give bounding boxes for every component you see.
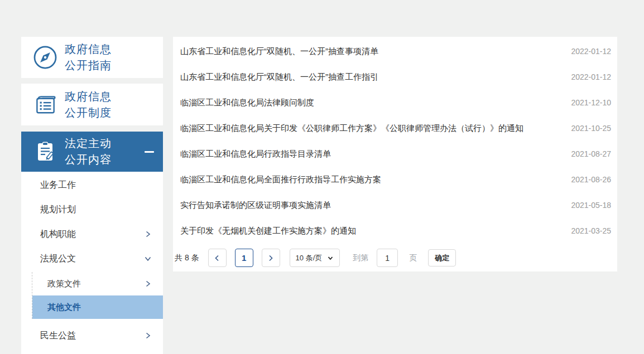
chevron-down-icon (327, 255, 334, 261)
prev-page-button[interactable] (208, 249, 227, 267)
next-page-button[interactable] (262, 249, 280, 267)
list-item-title[interactable]: 关于印发《无烟机关创建工作实施方案》的通知 (180, 226, 356, 236)
sidebar-item-guide[interactable]: 政府信息 公开指南 (21, 37, 163, 78)
sidebar-item-label: 业务工作 (40, 180, 76, 191)
list-item-title[interactable]: 临淄区工业和信息化局关于印发《公职律师工作方案》《公职律师管理办法（试行）》的通… (180, 123, 523, 134)
list-item[interactable]: 实行告知承诺制的区级证明事项实施清单2021-05-18 (173, 192, 617, 218)
chevron-right-icon (144, 230, 152, 238)
list-item-date: 2021-03-25 (571, 226, 611, 235)
sidebar-item-业务工作[interactable]: 业务工作 (21, 173, 163, 197)
list-item-title[interactable]: 临淄区工业和信息化局全面推行行政指导工作实施方案 (180, 174, 381, 185)
document-list: 山东省工业和信息化厅“双随机、一公开”抽查事项清单2022-01-12山东省工业… (173, 37, 617, 244)
list-item[interactable]: 山东省工业和信息化厅“双随机、一公开”抽查工作指引2022-01-12 (173, 64, 617, 90)
sidebar-item-label: 其他文件 (47, 302, 81, 313)
chevron-down-icon (144, 255, 152, 263)
chevron-right-icon (144, 332, 152, 340)
sidebar-item-label: 政策文件 (47, 279, 81, 289)
page-number-button[interactable]: 1 (235, 249, 253, 267)
list-item[interactable]: 临淄区工业和信息化局关于印发《公职律师工作方案》《公职律师管理办法（试行）》的通… (173, 115, 617, 141)
compass-icon (32, 45, 58, 70)
sidebar-item-label: 民生公益 (40, 330, 76, 342)
sidebar-item-guide-label: 政府信息 公开指南 (65, 41, 112, 74)
chevron-right-icon (144, 280, 152, 288)
collapse-icon[interactable] (145, 151, 154, 153)
chevron-left-icon (213, 254, 221, 262)
goto-page-input[interactable] (377, 249, 398, 267)
list-item[interactable]: 临淄区工业和信息化局行政指导目录清单2021-08-27 (173, 141, 617, 167)
list-item[interactable]: 关于印发《无烟机关创建工作实施方案》的通知2021-03-25 (173, 218, 617, 244)
sidebar-item-label: 规划计划 (40, 204, 76, 216)
chevron-right-icon (144, 280, 152, 288)
list-item-date: 2022-01-12 (571, 72, 611, 81)
confirm-button[interactable]: 确定 (428, 249, 456, 266)
list-item-date: 2021-10-25 (571, 124, 611, 133)
page: 政府信息 公开指南 政府信息 公开制度 (0, 0, 644, 354)
sidebar-menu: 业务工作规划计划机构职能法规公文政策文件其他文件民生公益 (21, 172, 163, 354)
list-item-date: 2022-01-12 (571, 47, 611, 56)
sidebar-item-label: 法规公文 (40, 253, 76, 265)
sidebar-item-政策文件[interactable]: 政策文件 (32, 272, 163, 295)
pagination: 共 8 条 1 10 条/页 到第 (175, 249, 456, 267)
list-item-title[interactable]: 实行告知承诺制的区级证明事项实施清单 (180, 200, 331, 211)
sidebar-section-label: 法定主动 公开内容 (65, 135, 112, 168)
list-item-title[interactable]: 临淄区工业和信息化局行政指导目录清单 (180, 149, 331, 159)
chevron-down-icon (144, 255, 152, 263)
list-item-date: 2021-08-26 (571, 175, 611, 184)
sidebar-item-其他文件[interactable]: 其他文件 (32, 295, 163, 319)
goto-page-prefix: 到第 (353, 253, 368, 263)
list-item-date: 2021-12-10 (571, 98, 611, 107)
page-size-value: 10 条/页 (296, 253, 323, 263)
sidebar-item-民生公益[interactable]: 民生公益 (21, 323, 163, 348)
chevron-right-icon (267, 254, 275, 262)
list-item-date: 2021-08-27 (571, 149, 611, 158)
sidebar-nav: 法定主动 公开内容 业务工作规划计划机构职能法规公文政策文件其他文件民生公益 (21, 132, 163, 354)
sidebar: 政府信息 公开指南 政府信息 公开制度 (21, 37, 163, 354)
sidebar-item-system-label: 政府信息 公开制度 (65, 89, 112, 121)
sidebar-submenu: 政策文件其他文件 (32, 272, 163, 319)
list-item[interactable]: 临淄区工业和信息化局全面推行行政指导工作实施方案2021-08-26 (173, 167, 617, 192)
total-count-label: 共 8 条 (175, 253, 199, 263)
sidebar-section-legal-disclosure[interactable]: 法定主动 公开内容 (21, 132, 163, 172)
list-item-date: 2021-05-18 (571, 201, 611, 210)
list-item[interactable]: 山东省工业和信息化厅“双随机、一公开”抽查事项清单2022-01-12 (173, 38, 617, 64)
sidebar-item-system[interactable]: 政府信息 公开制度 (21, 84, 163, 125)
clipboard-pencil-icon (32, 139, 58, 164)
sidebar-item-规划计划[interactable]: 规划计划 (21, 197, 163, 222)
sidebar-item-法规公文[interactable]: 法规公文 (21, 246, 163, 271)
list-item-title[interactable]: 山东省工业和信息化厅“双随机、一公开”抽查事项清单 (180, 46, 378, 57)
list-item-title[interactable]: 临淄区工业和信息化局法律顾问制度 (180, 98, 314, 108)
list-item[interactable]: 临淄区工业和信息化局法律顾问制度2021-12-10 (173, 90, 617, 115)
goto-page-suffix: 页 (409, 253, 417, 263)
chevron-right-icon (144, 332, 152, 340)
chevron-right-icon (144, 230, 152, 238)
sidebar-item-机构职能[interactable]: 机构职能 (21, 222, 163, 246)
book-icon (32, 92, 58, 118)
page-size-select[interactable]: 10 条/页 (290, 249, 340, 267)
sidebar-item-label: 机构职能 (40, 229, 76, 240)
list-item-title[interactable]: 山东省工业和信息化厅“双随机、一公开”抽查工作指引 (180, 72, 378, 83)
content-panel: 山东省工业和信息化厅“双随机、一公开”抽查事项清单2022-01-12山东省工业… (173, 37, 617, 271)
